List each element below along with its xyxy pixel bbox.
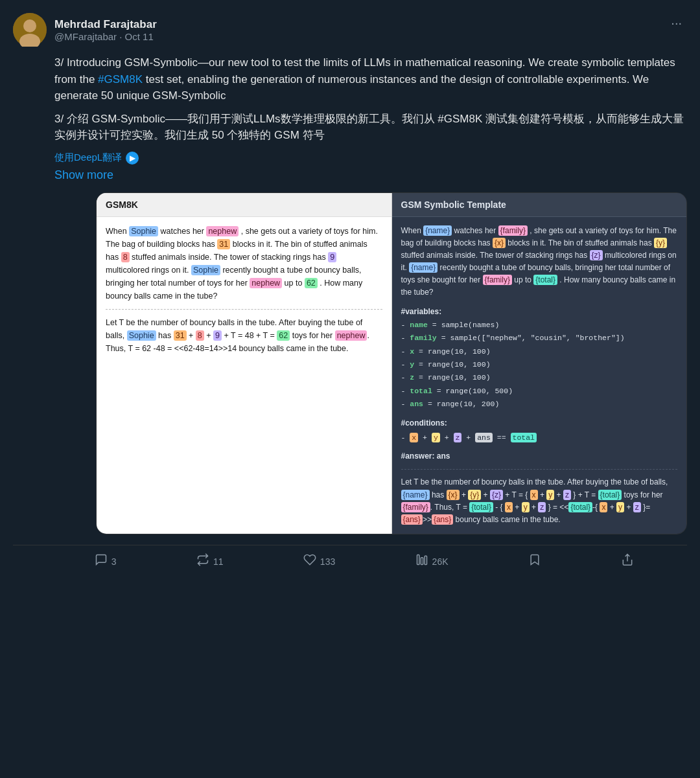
translate-link[interactable]: 使用DeepL翻译 ▶ [54,152,687,165]
author-name[interactable]: Mehrdad Farajtabar [54,18,157,31]
avatar [13,13,47,47]
gsm8k-panel: GSM8K When Sophie watches her nephew , s… [97,193,392,534]
gsm-comparison-card: GSM8K When Sophie watches her nephew , s… [96,192,687,535]
gsm8k-panel-title: GSM8K [97,193,391,217]
tweet-card: Mehrdad Farajtabar @MFarajtabar · Oct 11… [0,0,700,577]
gsm-symbolic-panel-body: When {name} watches her {family} , she g… [392,217,687,534]
tweet-body: 3/ Introducing GSM-Symbolic—our new tool… [13,54,687,534]
svg-rect-5 [425,556,426,564]
tweet-text-english: 3/ Introducing GSM-Symbolic—our new tool… [54,54,687,104]
panel-divider-right [401,469,678,470]
separator: · [119,31,124,42]
views-count: 26K [432,556,449,567]
author-info: Mehrdad Farajtabar @MFarajtabar · Oct 11 [54,18,157,42]
svg-point-1 [23,19,36,32]
like-count: 133 [320,556,335,567]
gsm-symbolic-panel-title: GSM Symbolic Template [392,193,687,217]
tweet-date: Oct 11 [125,31,154,42]
tweet-text-chinese: 3/ 介绍 GSM-Symbolic——我们用于测试LLMs数学推理极限的新工具… [54,111,687,144]
views-icon [415,553,428,569]
gsm8k-panel-body: When Sophie watches her nephew , she get… [97,217,391,363]
comment-icon [95,553,108,569]
like-action[interactable]: 133 [303,553,335,569]
bookmark-icon [528,553,541,569]
bookmark-action[interactable] [528,553,541,569]
translate-label: 使用DeepL翻译 [54,152,122,164]
deepl-icon: ▶ [126,152,139,165]
action-bar: 3 11 133 [13,545,687,577]
tweet-header-left: Mehrdad Farajtabar @MFarajtabar · Oct 11 [13,13,157,47]
author-handle[interactable]: @MFarajtabar [54,31,117,42]
tweet-header: Mehrdad Farajtabar @MFarajtabar · Oct 11… [13,13,687,47]
retweet-count: 11 [213,556,224,567]
show-more-button[interactable]: Show more [54,168,687,182]
svg-rect-3 [417,555,419,565]
comment-action[interactable]: 3 [95,553,117,569]
panel-divider [106,309,382,310]
more-options-button[interactable]: ··· [666,13,687,33]
share-icon [621,553,634,569]
gsm-symbolic-panel: GSM Symbolic Template When {name} watche… [392,193,687,534]
retweet-action[interactable]: 11 [196,553,224,569]
svg-rect-4 [421,558,423,565]
hashtag-gsm8k[interactable]: #GSM8K [98,73,143,86]
share-action[interactable] [621,553,634,569]
retweet-icon [196,553,209,569]
views-action[interactable]: 26K [415,553,449,569]
like-icon [303,553,316,569]
comment-count: 3 [111,556,117,567]
author-handle-date: @MFarajtabar · Oct 11 [54,31,157,42]
